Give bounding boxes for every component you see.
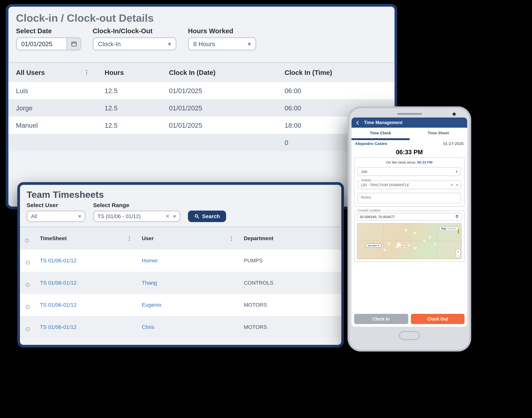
- tab-time-sheet[interactable]: Time Sheet: [409, 128, 467, 140]
- notes-input[interactable]: Notes: [358, 193, 461, 203]
- col-timesheet: TimeSheet: [40, 235, 67, 242]
- clock-in-button[interactable]: Clock In: [354, 314, 408, 324]
- tab-time-clock[interactable]: Time Clock: [351, 128, 409, 140]
- map-pin: [414, 247, 417, 249]
- kebab-icon[interactable]: ⋮: [127, 235, 132, 242]
- cell-user: Manuel: [8, 117, 97, 134]
- clear-icon[interactable]: ✕: [165, 213, 170, 220]
- select-all-checkbox[interactable]: [25, 238, 29, 243]
- clock-out-button[interactable]: Clock Out: [411, 314, 464, 324]
- chevron-down-icon: ▾: [456, 183, 458, 187]
- chevron-down-icon: ▾: [79, 213, 81, 220]
- chevron-down-icon: ▾: [456, 169, 458, 174]
- row-checkbox[interactable]: [25, 327, 29, 331]
- cell-department: MOTORS: [239, 294, 341, 316]
- select-date-label: Select Date: [16, 27, 81, 35]
- timesheet-link[interactable]: TS 01/06-01/12: [40, 302, 77, 308]
- location-card: Current Location 30.698349, 76.854077 Ma…: [354, 210, 464, 262]
- zoom-controls[interactable]: ＋－: [456, 249, 461, 258]
- col-department: Department: [244, 235, 273, 242]
- location-map[interactable]: Map Satellite 🧍 ＋－ 200-0452 ✕: [357, 223, 462, 259]
- since-time: 06:33 PM: [417, 161, 432, 164]
- select-range[interactable]: TS (01/06 - 01/12) ✕ ▾: [93, 210, 181, 222]
- user-link[interactable]: Homer: [142, 257, 158, 264]
- user-link[interactable]: Thang: [142, 280, 157, 286]
- kebab-icon[interactable]: ⋮: [229, 235, 234, 242]
- cell-hours: [97, 134, 162, 151]
- job-select[interactable]: Job ▾: [358, 167, 461, 176]
- calendar-button[interactable]: [68, 37, 81, 51]
- clockinout-select[interactable]: Clock-In ▾: [93, 37, 176, 51]
- cell-department: MOTORS: [239, 316, 341, 338]
- svg-point-4: [195, 215, 198, 217]
- table-row[interactable]: Jorge12.501/01/202506:00: [8, 99, 394, 117]
- hours-worked-select[interactable]: 8 Hours ▾: [188, 37, 256, 51]
- map-pin: [423, 240, 426, 242]
- cell-date: 01/01/2025: [161, 117, 277, 134]
- cell-hours: 12.5: [97, 99, 162, 117]
- cell-date: 01/01/2025: [161, 82, 277, 99]
- select-user[interactable]: All ▾: [27, 210, 85, 222]
- app-title: Time Management: [364, 120, 402, 125]
- svg-point-6: [457, 216, 457, 216]
- table-row[interactable]: Manuel12.501/01/202518:00: [8, 117, 394, 134]
- user-link[interactable]: Eugenio: [142, 302, 162, 308]
- map-pin: [396, 246, 398, 248]
- employee-name: Alejandro Castro: [355, 141, 387, 146]
- map-pin: [429, 236, 431, 238]
- table-row[interactable]: Luis12.501/01/202506:00: [8, 82, 394, 99]
- since-label: On the clock since:: [386, 161, 416, 164]
- col-hours: Hours: [105, 69, 124, 76]
- table-row[interactable]: TS 01/06-01/12ChrisMOTORS: [20, 316, 341, 338]
- table-row[interactable]: TS 01/06-01/12EugenioMOTORS: [20, 294, 341, 316]
- pegman-icon[interactable]: 🧍: [456, 230, 461, 233]
- cell-date: [161, 134, 277, 151]
- date-input[interactable]: 01/01/2025: [16, 37, 68, 51]
- back-icon[interactable]: [355, 119, 361, 126]
- col-clockin-date: Clock In (Date): [169, 69, 215, 76]
- select-user-label: Select User: [27, 202, 85, 209]
- calendar-icon: [71, 41, 77, 47]
- map-pin-current: [401, 245, 404, 248]
- phone-screen: Time Management Time Clock Time Sheet Al…: [351, 117, 467, 327]
- clock-details-panel: Clock-in / Clock-out Details Select Date…: [6, 4, 397, 209]
- map-pin: [383, 249, 386, 251]
- timesheet-link[interactable]: TS 01/06-01/12: [40, 280, 77, 286]
- map-type-toggle[interactable]: Map Satellite: [439, 226, 459, 231]
- clock-details-table: All Users⋮ Hours Clock In (Date) Clock I…: [8, 62, 394, 151]
- col-all-users[interactable]: All Users: [16, 69, 45, 76]
- user-link[interactable]: Chris: [142, 324, 154, 330]
- chevron-down-icon: ▾: [168, 40, 171, 47]
- svg-rect-0: [71, 42, 76, 46]
- chevron-down-icon: ▾: [248, 40, 251, 47]
- map-pin: [414, 232, 416, 234]
- phone-device: Time Management Time Clock Time Sheet Al…: [347, 106, 471, 351]
- table-row[interactable]: 0: [8, 134, 394, 151]
- clock-card: On the clock since: 06:33 PM Job ▾ Activ…: [354, 157, 464, 207]
- map-pin: [405, 229, 407, 232]
- row-checkbox[interactable]: [25, 261, 29, 265]
- cell-time: 06:00: [277, 82, 394, 99]
- clear-icon[interactable]: ✕: [450, 183, 453, 187]
- location-input[interactable]: 30.698349, 76.854077: [357, 213, 462, 221]
- phone-home-button[interactable]: [399, 331, 420, 340]
- search-button[interactable]: Search: [188, 210, 226, 222]
- cell-hours: 12.5: [97, 117, 162, 134]
- row-checkbox[interactable]: [25, 283, 29, 287]
- map-pin: [388, 243, 390, 245]
- map-popup[interactable]: 200-0452 ✕: [366, 244, 381, 248]
- cell-hours: 12.5: [97, 82, 162, 99]
- row-checkbox[interactable]: [25, 305, 29, 309]
- chevron-down-icon: ▾: [173, 213, 176, 220]
- select-range-label: Select Range: [93, 202, 181, 209]
- timesheet-link[interactable]: TS 01/06-01/12: [40, 257, 77, 264]
- kebab-icon[interactable]: ⋮: [84, 69, 90, 75]
- table-row[interactable]: TS 01/06-01/12ThangCONTROLS: [20, 272, 341, 294]
- activity-select[interactable]: Activity 120 - TRACTION DISMANTLE ✕ ▾: [358, 181, 461, 189]
- timesheet-link[interactable]: TS 01/06-01/12: [40, 324, 77, 330]
- search-icon: [194, 214, 199, 219]
- table-row[interactable]: TS 01/06-01/12HomerPUMPS: [20, 249, 341, 272]
- map-pin: [408, 244, 410, 246]
- hours-worked-label: Hours Worked: [188, 27, 256, 35]
- location-pin-icon[interactable]: [455, 215, 459, 219]
